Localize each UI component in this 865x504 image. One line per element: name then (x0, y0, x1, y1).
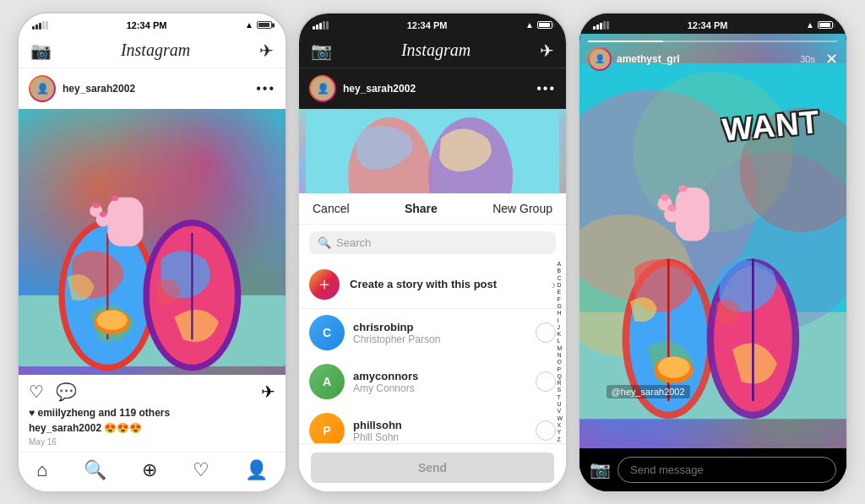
svg-point-12 (100, 211, 106, 216)
story-time: 30s (800, 54, 815, 64)
send-icon-2[interactable]: ✈ (540, 41, 554, 61)
story-user-row: 👤 amethyst_grl 30s ✕ (588, 47, 838, 71)
instagram-header: 📷 Instagram ✈ (19, 34, 286, 68)
status-time-3: 12:34 PM (688, 20, 728, 30)
send-button-area: Send (299, 443, 566, 491)
search-bar[interactable]: 🔍 Search (309, 231, 556, 254)
status-time: 12:34 PM (127, 20, 167, 30)
nav-profile[interactable]: 👤 (245, 459, 268, 481)
story-progress-bar (588, 41, 838, 42)
story-camera-button[interactable]: 📷 (590, 459, 611, 480)
signal-dots (32, 21, 48, 30)
nav-heart[interactable]: ♡ (193, 459, 209, 481)
contact-checkbox-0[interactable] (536, 322, 556, 343)
story-message-input[interactable] (617, 457, 836, 483)
battery-icon (257, 21, 272, 29)
search-icon: 🔍 (318, 236, 331, 249)
story-top-overlay: 👤 amethyst_grl 30s ✕ (579, 34, 846, 74)
contact-fullname-0: Christopher Parson (353, 333, 527, 345)
post-avatar[interactable]: 👤 (29, 75, 56, 102)
post-image-2 (299, 109, 566, 193)
status-icons-2: ▲ .battery-icon::after { background: #33… (525, 20, 552, 30)
contact-fullname-2: Phill Sohn (353, 431, 527, 443)
post-image-content (19, 109, 286, 375)
contact-avatar-2: P (309, 413, 345, 443)
story-username[interactable]: amethyst_grl (617, 53, 795, 65)
contact-checkbox-1[interactable] (536, 371, 556, 392)
story-view: 👤 amethyst_grl 30s ✕ WANT @hey_sarah2002… (579, 34, 846, 491)
post-date: May 16 (19, 436, 286, 452)
wifi-icon: ▲ (245, 20, 253, 30)
avatar-image-2: 👤 (311, 77, 335, 100)
comment-button[interactable]: 💬 (56, 382, 77, 402)
camera-icon[interactable]: 📷 (30, 41, 52, 61)
svg-rect-9 (107, 197, 143, 246)
contact-handle-1: amyconnors (353, 370, 527, 382)
wifi-icon-2: ▲ (525, 20, 534, 30)
send-icon[interactable]: ✈ (259, 41, 274, 61)
create-story-row[interactable]: ＋ Create a story with this post › (299, 261, 566, 308)
svg-point-13 (92, 203, 99, 208)
post-image-content-2 (299, 109, 566, 193)
post-avatar-2[interactable]: 👤 (309, 75, 336, 102)
signal-2 (313, 21, 329, 30)
like-button[interactable]: ♡ (29, 382, 44, 402)
svg-point-38 (678, 185, 688, 192)
post-username[interactable]: hey_sarah2002 (63, 83, 249, 95)
instagram-logo-2: Instagram (332, 41, 540, 60)
contact-checkbox-2[interactable] (536, 420, 556, 441)
boots-preview-svg (299, 109, 566, 193)
instagram-header-2: 📷 Instagram ✈ (299, 34, 566, 68)
svg-point-8 (97, 310, 128, 329)
wifi-icon-3: ▲ (806, 20, 814, 30)
instagram-logo: Instagram (52, 41, 259, 60)
post-more-2[interactable]: ••• (536, 81, 556, 96)
story-tag[interactable]: @hey_sarah2002 (607, 385, 690, 398)
nav-add[interactable]: ⊕ (142, 459, 157, 481)
post-actions: ♡ 💬 ✈ (19, 375, 286, 405)
contact-handle-2: phillsohn (353, 419, 527, 431)
avatar-image: 👤 (30, 77, 54, 100)
status-bar-2: 12:34 PM ▲ .battery-icon::after { backgr… (299, 14, 566, 34)
svg-point-32 (658, 356, 690, 377)
phone-3: 12:34 PM ▲ (578, 12, 848, 493)
status-bar-3: 12:34 PM ▲ (579, 14, 846, 34)
story-avatar-image: 👤 (590, 49, 610, 69)
contact-row-1[interactable]: A amyconnors Amy Connors (299, 357, 566, 406)
share-button[interactable]: ✈ (261, 382, 275, 402)
new-group-button[interactable]: New Group (492, 202, 552, 215)
story-image: 👤 amethyst_grl 30s ✕ WANT @hey_sarah2002 (579, 34, 846, 448)
nav-home[interactable]: ⌂ (36, 459, 47, 481)
contact-handle-0: chrisrobinp (353, 321, 527, 333)
contact-row-2[interactable]: P phillsohn Phill Sohn (299, 406, 566, 443)
share-panel: Cancel Share New Group 🔍 Search A B C D … (299, 193, 566, 491)
share-actions-row: Cancel Share New Group (299, 193, 566, 225)
caption-username[interactable]: hey_sarah2002 (29, 422, 101, 434)
story-avatar[interactable]: 👤 (588, 47, 612, 71)
share-list: A B C D E F G H I J K L M N O P Q R S T (299, 261, 566, 443)
contact-row-0[interactable]: C chrisrobinp Christopher Parson (299, 308, 566, 357)
svg-rect-33 (676, 187, 710, 241)
story-close-button[interactable]: ✕ (825, 50, 838, 68)
bottom-nav: ⌂ 🔍 ⊕ ♡ 👤 (19, 452, 286, 491)
post-more-button[interactable]: ••• (256, 81, 275, 96)
search-input[interactable]: Search (336, 236, 547, 249)
send-button[interactable]: Send (311, 453, 554, 483)
status-icons-3: ▲ (806, 20, 833, 30)
nav-search[interactable]: 🔍 (84, 459, 106, 481)
story-add-icon: ＋ (309, 269, 340, 300)
post-username-2[interactable]: hey_sarah2002 (343, 83, 530, 95)
post-likes: ♥ emiilyzheng and 119 others (19, 405, 286, 420)
cancel-button[interactable]: Cancel (313, 202, 350, 215)
post-header-2: 👤 hey_sarah2002 ••• (299, 68, 566, 109)
battery-icon-3 (818, 21, 833, 29)
status-time-2: 12:34 PM (407, 20, 448, 30)
phone-2: 12:34 PM ▲ .battery-icon::after { backgr… (297, 12, 568, 493)
signal-3 (593, 21, 609, 30)
camera-icon-2[interactable]: 📷 (311, 41, 332, 61)
contact-info-1: amyconnors Amy Connors (353, 370, 527, 394)
contact-fullname-1: Amy Connors (353, 382, 527, 394)
caption-emoji: 😍😍😍 (104, 422, 142, 434)
svg-point-36 (667, 204, 677, 211)
post-header: 👤 hey_sarah2002 ••• (19, 68, 286, 109)
